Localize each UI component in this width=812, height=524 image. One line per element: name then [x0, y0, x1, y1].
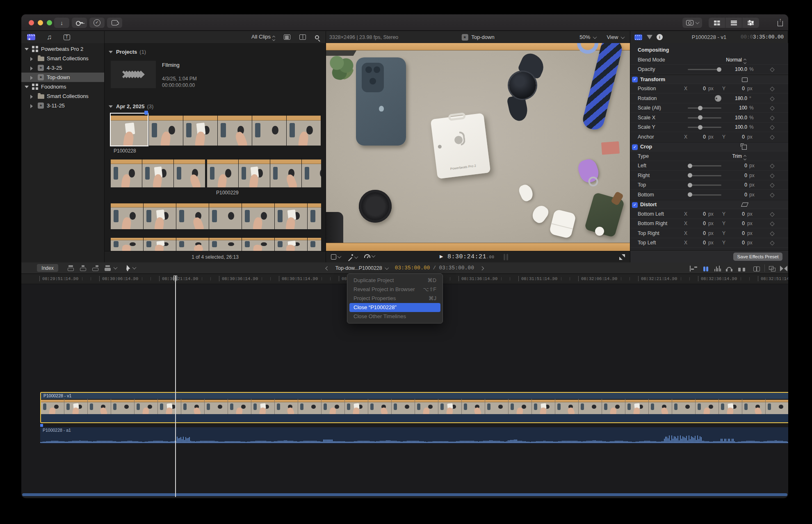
x-value[interactable]: 0: [687, 211, 706, 217]
select-tool-icon[interactable]: [125, 265, 130, 271]
snapping-icon[interactable]: [702, 265, 709, 271]
media-import-button[interactable]: [682, 18, 702, 28]
x-value[interactable]: 0: [687, 86, 706, 91]
inspector-timecode[interactable]: 3:35:00.00: [753, 34, 784, 40]
timeline-forward-icon[interactable]: [480, 266, 484, 270]
sidebar-item-top-down[interactable]: ★Top-down: [21, 73, 104, 82]
checkbox[interactable]: ✓: [632, 144, 638, 150]
color-inspector-icon[interactable]: [647, 35, 652, 39]
insert-clip-icon[interactable]: [80, 265, 87, 271]
clip-filmstrip[interactable]: [111, 158, 205, 187]
timeline-scrollbar[interactable]: [22, 493, 787, 496]
keyframe-diamond-icon[interactable]: [770, 164, 774, 168]
keyframe-diamond-icon[interactable]: [770, 221, 774, 226]
keyframe-diamond-icon[interactable]: [770, 173, 774, 178]
clip-filter-dropdown[interactable]: All Clips: [251, 34, 275, 41]
toggle-browser-button[interactable]: [709, 18, 725, 28]
close-window-button[interactable]: [29, 20, 34, 25]
keyframe-diamond-icon[interactable]: [770, 96, 774, 101]
x-value[interactable]: 0: [687, 240, 706, 246]
timeline-current-timecode[interactable]: 03:35:00.00: [395, 265, 430, 271]
info-inspector-icon[interactable]: i: [657, 34, 663, 40]
clip-connections-icon[interactable]: [738, 265, 745, 271]
keyframe-diamond-icon[interactable]: [770, 116, 774, 120]
x-value[interactable]: 0: [687, 134, 706, 140]
keyframe-diamond-icon[interactable]: [770, 125, 774, 130]
trim-icon[interactable]: [780, 265, 787, 271]
overwrite-clip-icon[interactable]: [104, 265, 112, 271]
clip-filmstrip[interactable]: [149, 114, 321, 146]
selected-clip-thumbnail[interactable]: [110, 113, 148, 146]
video-inspector-icon[interactable]: [634, 34, 642, 40]
titles-generators-icon[interactable]: T: [64, 34, 70, 40]
toggle-inspector-button[interactable]: [742, 18, 759, 28]
checkbox[interactable]: ✓: [632, 202, 638, 208]
y-value[interactable]: 0: [726, 240, 745, 246]
extensions-button[interactable]: [107, 18, 122, 28]
disclosure-right-icon[interactable]: [30, 57, 33, 61]
checkbox[interactable]: ✓: [632, 77, 638, 82]
project-name[interactable]: FIlming: [162, 62, 180, 68]
viewer-timecode[interactable]: 8:30:24:21.00: [447, 253, 495, 260]
filmstrip-view-icon[interactable]: [299, 34, 306, 40]
parameter-value[interactable]: 100.0: [714, 66, 747, 72]
parameter-value[interactable]: 180.0: [714, 96, 747, 101]
edit-tools-chevron-icon[interactable]: [114, 265, 118, 269]
y-value[interactable]: 0: [726, 134, 745, 140]
slider-thumb[interactable]: [688, 164, 692, 168]
sidebar-item-3-11-25[interactable]: ★3-11-25: [21, 101, 104, 110]
slider-thumb[interactable]: [688, 173, 692, 178]
video-clip[interactable]: P1000228 - v1: [40, 392, 788, 423]
parameter-value[interactable]: 0: [714, 182, 747, 188]
slider-thumb[interactable]: [698, 125, 703, 130]
keyframe-diamond-icon[interactable]: [770, 212, 774, 216]
y-value[interactable]: 0: [726, 86, 745, 91]
x-value[interactable]: 0: [687, 230, 706, 236]
clip-filmstrip[interactable]: [111, 237, 321, 251]
keyframe-diamond-icon[interactable]: [770, 67, 774, 72]
disclosure-down-icon[interactable]: [25, 48, 29, 50]
parameter-value[interactable]: 0: [714, 192, 747, 198]
enhancements-popup-button[interactable]: [347, 254, 358, 260]
skimming-icon[interactable]: [690, 265, 697, 271]
disclosure-right-icon[interactable]: [30, 95, 33, 99]
timeline-back-icon[interactable]: [325, 266, 329, 270]
libraries-clapper-icon[interactable]: [27, 34, 35, 40]
menu-item-close-p1000228-[interactable]: Close “P1000228”: [349, 303, 440, 312]
keyframe-diamond-icon[interactable]: [770, 193, 774, 197]
y-value[interactable]: 0: [726, 211, 745, 217]
keyframe-diamond-icon[interactable]: [770, 106, 774, 110]
keyframe-diamond-icon[interactable]: [770, 231, 774, 236]
sidebar-item-smart-collections[interactable]: Smart Collections: [21, 91, 104, 101]
parameter-value[interactable]: 0: [714, 173, 747, 178]
disclosure-down-icon[interactable]: [25, 86, 29, 88]
minimize-window-button[interactable]: [38, 20, 43, 25]
background-tasks-button[interactable]: ✓: [89, 18, 105, 28]
retime-popup-button[interactable]: [364, 254, 375, 258]
parameter-value-dropdown[interactable]: Normal: [692, 57, 746, 64]
menu-item-reveal-project-in-browser[interactable]: Reveal Project in Browser⌥⇧F: [349, 285, 440, 294]
x-value[interactable]: 0: [687, 221, 706, 226]
view-dropdown[interactable]: View: [607, 34, 624, 40]
zoom-window-button[interactable]: [47, 20, 52, 25]
keywords-button[interactable]: [72, 18, 87, 28]
zoom-level-dropdown[interactable]: 50%: [579, 34, 596, 40]
parameter-value[interactable]: 100: [714, 105, 747, 111]
parameter-value[interactable]: 0: [714, 163, 747, 169]
audio-waveform-icon[interactable]: [714, 265, 721, 271]
slider-thumb[interactable]: [688, 183, 692, 187]
append-clip-icon[interactable]: [92, 265, 99, 271]
index-button[interactable]: Index: [37, 264, 58, 272]
keyframe-diamond-icon[interactable]: [770, 87, 774, 91]
parameter-value[interactable]: 100.0: [714, 124, 747, 130]
slider-thumb[interactable]: [698, 115, 703, 120]
photos-audio-icon[interactable]: ♫: [47, 34, 52, 41]
clip-filmstrip[interactable]: [207, 158, 321, 187]
keyframe-diamond-icon[interactable]: [770, 241, 774, 245]
menu-item-project-properties[interactable]: Project Properties⌘J: [349, 294, 440, 303]
connect-clip-icon[interactable]: [67, 265, 75, 271]
import-download-button[interactable]: ↓: [54, 18, 69, 28]
audio-clip[interactable]: P1000228 - a1: [40, 427, 788, 444]
sidebar-item-4-3-25[interactable]: ★4-3-25: [21, 63, 104, 73]
sidebar-item-foodnoms[interactable]: Foodnoms: [21, 82, 104, 91]
